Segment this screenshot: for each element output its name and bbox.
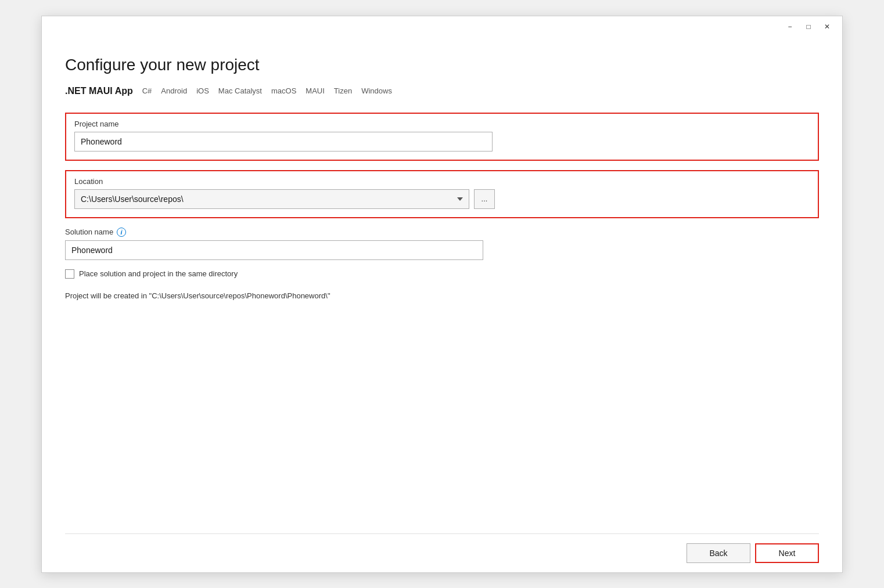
next-button[interactable]: Next	[755, 543, 819, 563]
tag-mac-catalyst: Mac Catalyst	[218, 86, 262, 95]
solution-name-group: Solution name i	[65, 228, 819, 260]
checkbox-row: Place solution and project in the same d…	[65, 269, 819, 279]
solution-name-label: Solution name	[65, 228, 113, 236]
back-button[interactable]: Back	[687, 543, 750, 563]
tag-tizen: Tizen	[334, 86, 352, 95]
project-name-group: Project name	[65, 113, 819, 161]
project-name-label: Project name	[74, 120, 810, 128]
tag-windows: Windows	[361, 86, 392, 95]
title-bar-controls: − □ ✕	[782, 21, 835, 33]
solution-name-input[interactable]	[65, 240, 483, 260]
close-button[interactable]: ✕	[819, 21, 835, 33]
tag-macos: macOS	[271, 86, 296, 95]
solution-name-label-row: Solution name i	[65, 228, 819, 237]
page-title: Configure your new project	[65, 56, 819, 74]
subtitle-row: .NET MAUI App C# Android iOS Mac Catalys…	[65, 86, 819, 96]
same-directory-label[interactable]: Place solution and project in the same d…	[79, 269, 238, 278]
browse-button[interactable]: ...	[474, 189, 495, 209]
project-name-input[interactable]	[74, 132, 493, 151]
location-row: C:\Users\User\source\repos\ ...	[74, 189, 810, 209]
minimize-button[interactable]: −	[782, 21, 798, 33]
location-label: Location	[74, 177, 810, 186]
main-content: Configure your new project .NET MAUI App…	[42, 37, 842, 533]
app-name-label: .NET MAUI App	[65, 86, 133, 96]
tag-maui: MAUI	[306, 86, 325, 95]
maximize-button[interactable]: □	[800, 21, 817, 33]
tag-android: Android	[161, 86, 187, 95]
location-group: Location C:\Users\User\source\repos\ ...	[65, 170, 819, 218]
same-directory-checkbox[interactable]	[65, 269, 74, 279]
form-section: Project name Location C:\Users\User\sour…	[65, 113, 819, 515]
project-path-info: Project will be created in "C:\Users\Use…	[65, 291, 819, 300]
bottom-bar: Back Next	[42, 534, 842, 572]
title-bar: − □ ✕	[42, 16, 842, 37]
tag-ios: iOS	[196, 86, 209, 95]
main-window: − □ ✕ Configure your new project .NET MA…	[41, 16, 843, 573]
location-select[interactable]: C:\Users\User\source\repos\	[74, 189, 469, 209]
solution-name-info-icon[interactable]: i	[117, 228, 126, 237]
tag-csharp: C#	[142, 86, 152, 95]
